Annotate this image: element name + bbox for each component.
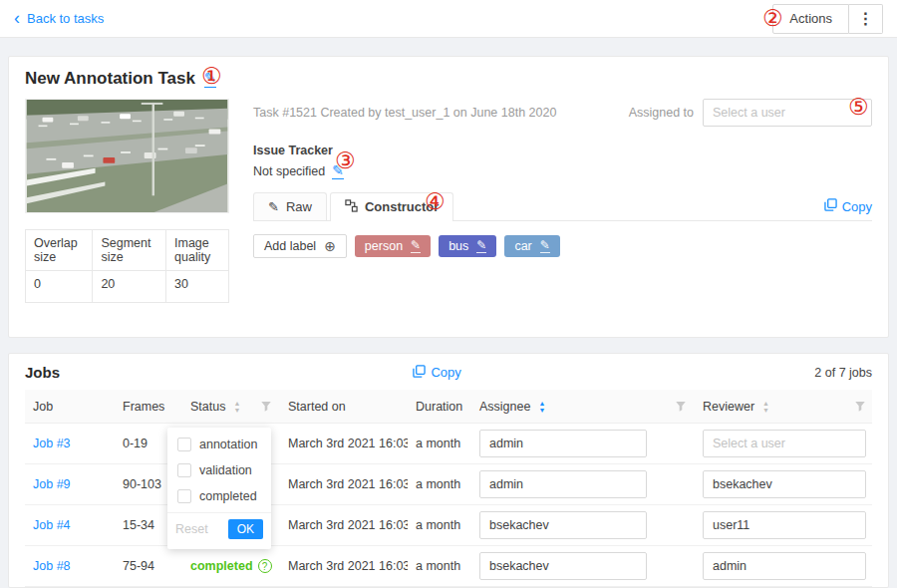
filter-option-completed-label: completed [199, 489, 257, 503]
column-frames-label: Frames [123, 400, 164, 414]
task-parameters-table: Overlap size Segment size Image quality … [25, 229, 229, 303]
assignee-sort-icon[interactable]: ▲▼ [538, 400, 545, 414]
label-name-bus: bus [448, 239, 468, 253]
pencil-icon: ✎ [268, 200, 279, 213]
label-name-car: car [514, 239, 531, 253]
task-title: New Annotation Task [25, 69, 195, 89]
job-link-9[interactable]: Job #9 [33, 477, 71, 491]
duration-cell: a month [408, 559, 471, 573]
param-header-quality: Image quality [166, 230, 229, 271]
job-row-3: Job #3 0-19 March 3rd 2021 16:03 a month [25, 424, 872, 464]
status-completed: completed ? [190, 559, 272, 573]
reviewer-input-job3[interactable] [703, 430, 866, 457]
actions-button-group: Actions ⋮ [772, 4, 883, 34]
column-started-on: Started on [280, 400, 408, 414]
column-duration-label: Duration [416, 400, 462, 414]
status-filter-dropdown: annotation validation completed Reset OK [167, 428, 271, 549]
filter-option-validation[interactable]: validation [167, 457, 271, 483]
label-tag-bus[interactable]: bus ✎ [439, 235, 496, 257]
column-status[interactable]: Status ▲▼ [182, 400, 280, 414]
assignee-input-job3[interactable] [479, 430, 647, 457]
back-to-tasks-link[interactable]: ‹ Back to tasks [14, 11, 104, 27]
copy-labels-link[interactable]: Copy [824, 198, 872, 214]
tab-raw[interactable]: ✎ Raw [253, 192, 327, 220]
add-label-button[interactable]: Add label ⊕ [253, 234, 347, 258]
filter-option-annotation[interactable]: annotation [167, 432, 271, 457]
duration-cell: a month [408, 437, 471, 450]
started-cell: March 3rd 2021 16:03 [280, 559, 408, 573]
copy-jobs-label: Copy [431, 365, 460, 380]
column-reviewer[interactable]: Reviewer ▲▼ [695, 400, 874, 414]
add-label-text: Add label [264, 239, 316, 253]
checkbox-annotation[interactable] [177, 438, 191, 451]
param-header-segment: Segment size [93, 230, 166, 271]
task-right-column: Task #1521 Created by test_user_1 on Jun… [253, 99, 872, 303]
column-status-label: Status [190, 400, 225, 414]
param-header-overlap: Overlap size [26, 230, 93, 271]
tab-raw-label: Raw [286, 199, 312, 214]
checkbox-validation[interactable] [177, 463, 191, 477]
job-row-8: Job #8 75-94 completed ? March 3rd 2021 … [25, 546, 872, 587]
started-cell: March 3rd 2021 16:03 [280, 437, 408, 450]
column-started-label: Started on [288, 400, 346, 414]
status-filter-icon[interactable] [260, 401, 272, 413]
param-value-segment: 20 [93, 271, 166, 303]
job-row-4: Job #4 15-34 March 3rd 2021 16:03 a mont… [25, 505, 872, 546]
reviewer-filter-icon[interactable] [854, 401, 866, 413]
job-link-8[interactable]: Job #8 [33, 559, 71, 573]
reviewer-input-job9[interactable] [703, 470, 866, 498]
copy-jobs-link[interactable]: Copy [413, 365, 460, 381]
started-cell: March 3rd 2021 16:03 [280, 518, 408, 532]
checkbox-completed[interactable] [177, 489, 191, 503]
status-text: completed [190, 559, 253, 573]
status-sort-icon[interactable]: ▲▼ [233, 400, 240, 414]
assignee-filter-icon[interactable] [675, 401, 687, 413]
filter-option-completed[interactable]: completed [167, 483, 271, 509]
reviewer-input-job8[interactable] [703, 552, 866, 580]
column-assignee[interactable]: Assignee ▲▼ [471, 400, 695, 414]
task-details-card: New Annotation Task ✎ [8, 56, 889, 338]
labels-tabs-bar: ✎ Raw Constructor [253, 192, 872, 221]
column-frames: Frames [115, 400, 182, 414]
label-tag-person[interactable]: person ✎ [355, 235, 431, 257]
copy-labels-label: Copy [842, 199, 872, 214]
task-assignee-input[interactable] [703, 99, 872, 127]
duration-cell: a month [408, 518, 471, 532]
edit-label-person-icon[interactable]: ✎ [411, 239, 421, 253]
edit-label-car-icon[interactable]: ✎ [540, 239, 550, 253]
label-name-person: person [365, 239, 403, 253]
annotation-circle-5: ⑤ [848, 96, 869, 119]
annotation-circle-3: ③ [335, 149, 356, 172]
question-circle-icon[interactable]: ? [258, 559, 272, 573]
assignee-input-job4[interactable] [479, 511, 647, 539]
labels-constructor-panel: Add label ⊕ person ✎ bus ✎ car ✎ [253, 221, 872, 258]
chevron-left-icon: ‹ [14, 9, 20, 27]
jobs-title: Jobs [25, 364, 60, 381]
column-duration: Duration [408, 400, 471, 414]
more-menu-button[interactable]: ⋮ [849, 4, 883, 34]
actions-button[interactable]: Actions [772, 4, 849, 34]
edit-label-bus-icon[interactable]: ✎ [476, 239, 486, 253]
annotation-circle-4: ④ [425, 190, 446, 213]
reset-button[interactable]: Reset [175, 522, 208, 536]
annotation-circle-1: ① [201, 65, 222, 88]
param-value-quality: 30 [166, 271, 229, 303]
reviewer-sort-icon[interactable]: ▲▼ [762, 400, 769, 414]
param-value-overlap: 0 [26, 271, 93, 303]
label-tag-car[interactable]: car ✎ [504, 235, 559, 257]
back-to-tasks-label: Back to tasks [27, 11, 104, 26]
assignee-input-job8[interactable] [479, 552, 647, 580]
jobs-header: Jobs Copy 2 of 7 jobs [25, 364, 872, 381]
ok-button[interactable]: OK [228, 519, 263, 539]
plus-circle-icon: ⊕ [324, 239, 336, 253]
issue-tracker-value: Not specified [253, 164, 325, 178]
assignee-input-job9[interactable] [479, 470, 647, 498]
started-cell: March 3rd 2021 16:03 [280, 477, 408, 491]
job-link-4[interactable]: Job #4 [33, 518, 71, 532]
jobs-card: Jobs Copy 2 of 7 jobs Job Frames Status … [8, 353, 889, 588]
task-title-row: New Annotation Task ✎ [25, 69, 872, 89]
column-job-label: Job [33, 400, 53, 414]
job-link-3[interactable]: Job #3 [33, 437, 71, 450]
frames-cell: 75-94 [115, 559, 182, 573]
reviewer-input-job4[interactable] [703, 511, 866, 539]
